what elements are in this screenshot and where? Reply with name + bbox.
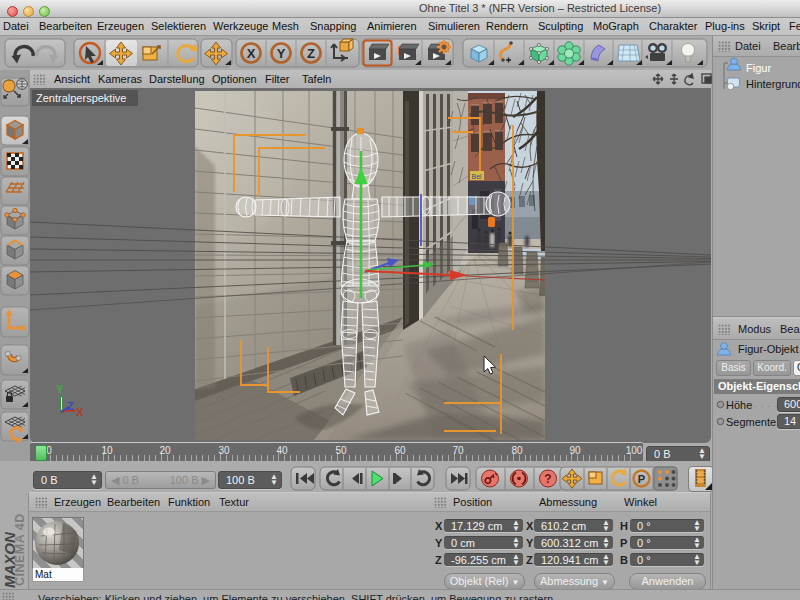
svg-text:Z: Z xyxy=(307,46,315,61)
svg-text:Z: Z xyxy=(67,400,74,412)
svg-text:Bel: Bel xyxy=(472,173,483,180)
svg-text:Y: Y xyxy=(277,46,286,61)
svg-text:P: P xyxy=(638,473,645,485)
svg-text:Y: Y xyxy=(56,383,64,395)
svg-text:X: X xyxy=(76,406,84,418)
svg-text:X: X xyxy=(247,46,256,61)
svg-text:?: ? xyxy=(544,472,551,486)
